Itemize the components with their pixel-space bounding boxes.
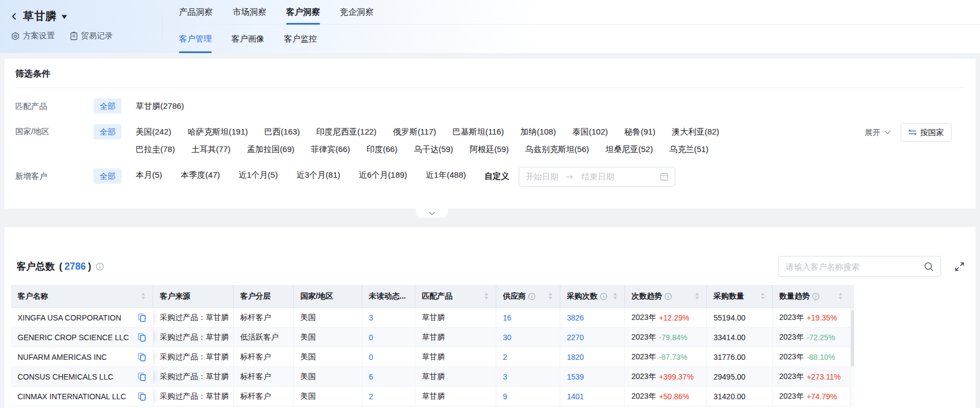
tab-customer-monitor[interactable]: 客户监控 — [284, 25, 317, 53]
country-filter-item[interactable]: 澳大利亚(82) — [672, 123, 720, 141]
new-customer-filter-item[interactable]: 近6个月(189) — [359, 167, 407, 183]
cell-customer-tier: 低活跃客户 — [234, 328, 294, 347]
sort-icon[interactable] — [691, 292, 700, 300]
fullscreen-icon[interactable] — [954, 261, 965, 272]
cell-suppliers-link[interactable]: 16 — [503, 313, 512, 322]
cell-unread-updates-link[interactable]: 3 — [369, 313, 373, 322]
customer-name-link[interactable]: CINMAX INTERNATIONAL LLC — [18, 392, 126, 401]
group-by-country-button[interactable]: 按国家 — [901, 123, 952, 142]
customer-name-link[interactable]: NUFARM AMERICAS INC — [18, 353, 107, 362]
country-filter-item[interactable]: 美国(242) — [136, 123, 171, 141]
search-input[interactable] — [779, 262, 924, 271]
title-dropdown-caret[interactable] — [61, 15, 67, 19]
new-customer-filter-item[interactable]: 近1年(488) — [426, 167, 466, 183]
country-all-chip[interactable]: 全部 — [94, 124, 121, 139]
cell-text: 美国 — [300, 392, 316, 401]
country-filter-item[interactable]: 秘鲁(91) — [624, 123, 656, 141]
cell-purchase-count-link[interactable]: 1401 — [567, 392, 584, 401]
tab-market-insight[interactable]: 市场洞察 — [233, 0, 266, 24]
country-filter-item[interactable]: 巴西(163) — [264, 123, 300, 141]
tab-customer-management[interactable]: 客户管理 — [179, 25, 212, 53]
country-filter-item[interactable]: 印度(66) — [367, 141, 398, 158]
country-filter-item[interactable]: 乌干达(59) — [414, 141, 453, 158]
cell-suppliers-link[interactable]: 30 — [503, 333, 512, 342]
product-all-chip[interactable]: 全部 — [94, 98, 121, 114]
info-icon[interactable] — [528, 293, 536, 300]
cell-suppliers-link[interactable]: 9 — [503, 392, 507, 401]
cell-purchase-count-link[interactable]: 1820 — [567, 353, 584, 362]
custom-range-option[interactable]: 自定义 — [484, 167, 509, 185]
sort-icon[interactable] — [609, 292, 618, 300]
info-icon[interactable] — [664, 293, 672, 300]
customer-name-link[interactable]: CONSUS CHEMICALS LLC — [18, 372, 113, 381]
new-customer-filter-item[interactable]: 本季度(47) — [181, 167, 220, 183]
cell-text: 采购过产品：草甘膦 — [160, 352, 229, 362]
sort-icon[interactable] — [137, 292, 146, 300]
cell-suppliers-link[interactable]: 2 — [503, 353, 507, 362]
trend-value: -72.25% — [807, 333, 835, 342]
new-customer-filter-item[interactable]: 本月(5) — [136, 167, 162, 183]
compare-icon[interactable] — [138, 353, 146, 362]
product-filter-item[interactable]: 草甘膦(2786) — [136, 98, 184, 114]
scrollbar-thumb[interactable] — [851, 310, 854, 366]
country-filter-item[interactable]: 哈萨克斯坦(191) — [188, 123, 248, 141]
country-filter-item[interactable]: 加纳(108) — [520, 123, 556, 141]
sort-icon[interactable] — [834, 292, 843, 300]
date-range-input[interactable]: 开始日期 结束日期 — [519, 167, 675, 186]
back-button[interactable] — [10, 12, 19, 21]
country-filter-item[interactable]: 乌兹别克斯坦(56) — [525, 141, 589, 158]
country-filter-item[interactable]: 巴拉圭(78) — [136, 141, 175, 158]
cell-unread-updates-link[interactable]: 2 — [369, 392, 373, 401]
info-icon[interactable] — [812, 293, 820, 300]
country-filter-item[interactable]: 菲律宾(66) — [311, 141, 350, 158]
collapse-filter-button[interactable] — [416, 208, 448, 218]
tab-customer-profile[interactable]: 客户画像 — [231, 25, 264, 53]
cell-suppliers: 16 — [496, 308, 560, 327]
search-icon[interactable] — [924, 261, 934, 272]
compare-icon[interactable] — [138, 333, 146, 342]
compare-icon[interactable] — [138, 372, 146, 381]
country-filter-item[interactable]: 巴基斯坦(116) — [453, 123, 504, 141]
customer-table: 客户名称客户来源客户分层国家/地区未读动态...匹配产品供应商采购次数次数趋势采… — [11, 285, 854, 406]
tab-competitor-insight[interactable]: 竞企洞察 — [340, 0, 374, 24]
sort-icon[interactable] — [544, 292, 553, 300]
tab-product-insight[interactable]: 产品洞察 — [179, 0, 213, 24]
cell-suppliers: 2 — [496, 347, 560, 366]
new-customer-filter-item[interactable]: 近3个月(81) — [297, 167, 340, 183]
compare-icon[interactable] — [138, 313, 146, 322]
cell-purchase-count-link[interactable]: 3826 — [567, 313, 584, 322]
trade-records-button[interactable]: 贸易记录 — [70, 31, 113, 41]
cell-unread-updates-link[interactable]: 6 — [369, 372, 373, 381]
new-customer-all-chip[interactable]: 全部 — [94, 168, 121, 184]
cell-customer-name: GENERIC CROP SCIENCE LLC — [11, 328, 153, 347]
country-filter-item[interactable]: 乌克兰(51) — [669, 141, 709, 158]
table-row: GENERIC CROP SCIENCE LLC采购过产品：草甘膦低活跃客户美国… — [11, 328, 850, 347]
cell-customer-tier: 标杆客户 — [234, 308, 294, 327]
cell-quantity-trend: 2023年+74.79% — [773, 387, 850, 406]
info-icon[interactable] — [96, 263, 104, 271]
country-filter-item[interactable]: 俄罗斯(117) — [393, 123, 436, 141]
cell-unread-updates-link[interactable]: 0 — [369, 333, 373, 342]
country-filter-item[interactable]: 泰国(102) — [572, 123, 608, 141]
trend-value: +399.37% — [659, 372, 693, 381]
country-filter-item[interactable]: 孟加拉国(69) — [247, 141, 294, 158]
expand-countries-link[interactable]: 展开 — [865, 127, 891, 138]
column-label: 数量趋势 — [779, 292, 810, 301]
compare-icon[interactable] — [138, 392, 146, 401]
tab-customer-insight[interactable]: 客户洞察 — [286, 0, 320, 24]
scheme-settings-button[interactable]: 方案设置 — [11, 31, 55, 41]
country-filter-item[interactable]: 阿根廷(59) — [469, 141, 509, 158]
sort-icon[interactable] — [480, 292, 489, 300]
cell-suppliers-link[interactable]: 3 — [503, 372, 507, 381]
cell-purchase-count-link[interactable]: 2270 — [567, 333, 584, 342]
sort-icon[interactable] — [757, 292, 766, 300]
cell-purchase-count-link[interactable]: 1539 — [567, 372, 584, 381]
customer-name-link[interactable]: XINGFA USA CORPORATION — [18, 313, 121, 322]
country-filter-item[interactable]: 土耳其(77) — [192, 141, 231, 158]
info-icon[interactable] — [600, 293, 607, 300]
new-customer-filter-item[interactable]: 近1个月(5) — [239, 167, 278, 183]
customer-name-link[interactable]: GENERIC CROP SCIENCE LLC — [18, 333, 129, 342]
country-filter-item[interactable]: 印度尼西亚(122) — [316, 123, 376, 141]
cell-unread-updates-link[interactable]: 0 — [369, 353, 373, 362]
country-filter-item[interactable]: 坦桑尼亚(52) — [606, 141, 653, 158]
